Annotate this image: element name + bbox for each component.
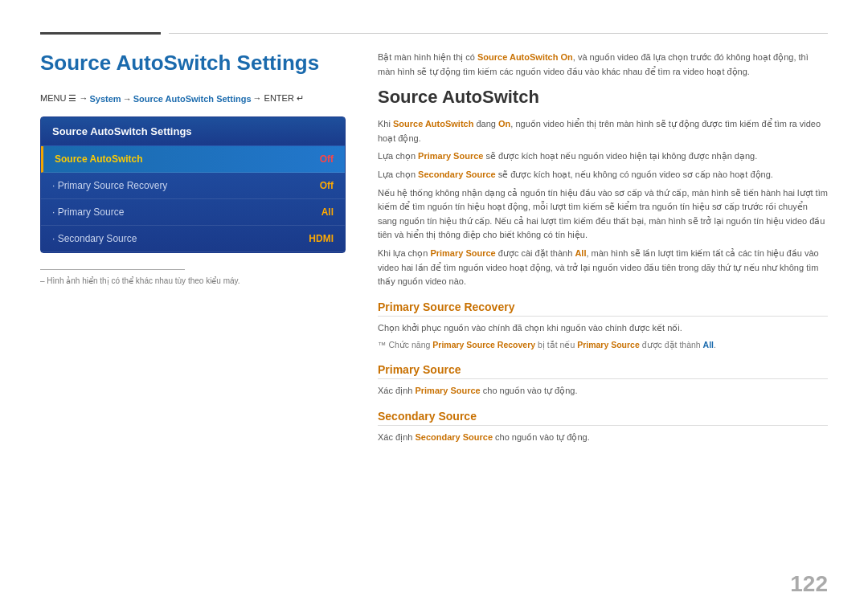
section1-body2: Lựa chọn Primary Source sẽ được kích hoạ… <box>378 149 828 164</box>
s2n-h1: Primary Source Recovery <box>432 340 535 349</box>
top-border <box>40 32 828 35</box>
menu-path-system: System <box>90 94 121 104</box>
s1b1-h2: On <box>498 119 510 129</box>
top-border-left <box>40 32 161 35</box>
s3b-h1: Primary Source <box>415 386 480 395</box>
content-area: Source AutoSwitch Settings MENU ☰ → Syst… <box>40 51 828 589</box>
section1-body1: Khi Source AutoSwitch đang On, nguồn vid… <box>378 117 828 145</box>
settings-item-autoswitch-label: Source AutoSwitch <box>55 153 143 165</box>
footnote: – Hình ảnh hiển thị có thể khác nhau tùy… <box>40 276 346 285</box>
intro-highlight1: Source AutoSwitch On <box>477 52 573 62</box>
section2-note: ™ Chức năng Primary Source Recovery bị t… <box>378 339 828 352</box>
menu-path-settings: Source AutoSwitch Settings <box>133 94 252 104</box>
section4-title: Secondary Source <box>378 410 828 426</box>
section4-body: Xác định Secondary Source cho nguồn vào … <box>378 431 828 445</box>
footnote-divider <box>40 269 185 270</box>
settings-box: Source AutoSwitch Settings Source AutoSw… <box>40 116 346 253</box>
settings-item-secondary-source-label: · Secondary Source <box>52 233 137 244</box>
settings-item-primary-source[interactable]: · Primary Source All <box>41 199 345 226</box>
section3-body: Xác định Primary Source cho nguồn vào tự… <box>378 384 828 398</box>
menu-path-arrow2: → ENTER ↵ <box>253 93 304 104</box>
menu-path-arrow1: → <box>123 94 132 104</box>
s2n-h2: Primary Source <box>577 340 640 349</box>
menu-path: MENU ☰ → System → Source AutoSwitch Sett… <box>40 93 346 104</box>
right-panel: Bật màn hình hiện thị có Source AutoSwit… <box>378 51 828 589</box>
section2-body: Chọn khởi phục nguồn vào chính đã chọn k… <box>378 321 828 336</box>
settings-item-primary-recovery[interactable]: · Primary Source Recovery Off <box>41 173 345 199</box>
settings-item-primary-recovery-value: Off <box>320 180 334 191</box>
s1b5-h2: All <box>575 248 586 258</box>
menu-path-prefix: MENU ☰ → <box>40 93 88 104</box>
s1b1-h1: Source AutoSwitch <box>393 119 473 129</box>
page-container: Source AutoSwitch Settings MENU ☰ → Syst… <box>0 0 868 613</box>
s2n-h3: All <box>703 340 714 349</box>
settings-item-primary-source-value: All <box>321 206 334 218</box>
s1b2-h1: Primary Source <box>418 151 483 161</box>
section1-body4: Nếu hệ thống không nhận dạng cả nguồn tí… <box>378 186 828 243</box>
page-title: Source AutoSwitch Settings <box>40 51 346 76</box>
section3-title: Primary Source <box>378 363 828 379</box>
settings-item-secondary-source[interactable]: · Secondary Source HDMI <box>41 226 345 252</box>
top-border-right <box>169 33 828 34</box>
section1-body3: Lựa chọn Secondary Source sẽ được kích h… <box>378 168 828 182</box>
s1b3-h1: Secondary Source <box>418 170 496 179</box>
settings-item-autoswitch-value: Off <box>320 153 334 165</box>
intro-paragraph: Bật màn hình hiện thị có Source AutoSwit… <box>378 51 828 79</box>
section1-body5: Khi lựa chọn Primary Source được cài đặt… <box>378 247 828 289</box>
section2-title: Primary Source Recovery <box>378 300 828 317</box>
settings-box-title: Source AutoSwitch Settings <box>41 117 345 146</box>
settings-item-secondary-source-value: HDMI <box>309 233 334 244</box>
s4b-h1: Secondary Source <box>415 432 493 442</box>
settings-item-primary-source-label: · Primary Source <box>52 206 124 218</box>
page-number: 122 <box>790 571 828 597</box>
section1-title: Source AutoSwitch <box>378 87 828 108</box>
s1b5-h1: Primary Source <box>430 248 495 258</box>
settings-item-primary-recovery-label: · Primary Source Recovery <box>52 180 167 191</box>
settings-item-autoswitch[interactable]: Source AutoSwitch Off <box>41 146 345 173</box>
left-panel: Source AutoSwitch Settings MENU ☰ → Syst… <box>40 51 346 589</box>
